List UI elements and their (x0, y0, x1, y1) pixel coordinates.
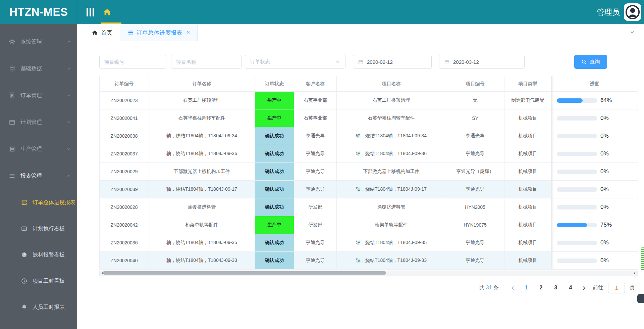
progress-label: 0% (600, 186, 616, 193)
plan-board-icon (21, 225, 28, 232)
scroll-right-arrow-icon[interactable] (634, 272, 637, 275)
cell-customer: 亨通光导 (294, 163, 337, 181)
sidebar-item[interactable]: 基础数据 (0, 55, 77, 82)
end-date-picker[interactable]: 2020-03-12 (439, 55, 525, 69)
user-area: 管理员 (597, 3, 644, 21)
search-icon (581, 59, 587, 65)
cell-project-type: 机械项目 (504, 181, 551, 198)
cell-project-type: 机械项目 (504, 145, 551, 163)
table-row[interactable]: ZN20020039轴，烧结T1804轴，T1804J-09-17确认成功亨通光… (100, 181, 638, 198)
table-row[interactable]: ZN20020041石英华嘉柱周转车配件生产中石英事业部石英华嘉柱周转车配件SY… (100, 109, 638, 127)
list-icon (127, 30, 133, 36)
cell-order-name: 轴，烧结T1804轴，T1804J-09-17 (149, 181, 255, 198)
table-row[interactable]: ZN20020042桁架单轨等配件生产中研发部桁架单轨等配件HYN19075机械… (100, 216, 638, 234)
tab-label: 首页 (101, 29, 112, 37)
cell-order-name: 下部激光器上移机构加工件 (149, 163, 255, 181)
column-header: 项目名称 (337, 76, 446, 92)
home-icon[interactable] (103, 8, 112, 17)
cell-order-name: 轴，烧结T1804轴，T1804J-09-36 (149, 145, 255, 163)
start-date-picker[interactable]: 2020-02-12 (353, 55, 432, 69)
cell-project-name: 轴，烧结T1804轴，T1804J-09-17 (337, 181, 446, 198)
scrollbar-thumb[interactable] (103, 271, 386, 275)
sidebar-item[interactable]: 计划管理 (0, 109, 77, 136)
table-row[interactable]: ZN20020023石英工厂楼顶清理生产中石英事业部石英工厂楼顶清理无制造部电气… (100, 92, 638, 109)
goto-label: 前往 (593, 284, 603, 291)
cell-order-name: 石英工厂楼顶清理 (149, 92, 255, 109)
table-row[interactable]: ZN20020036轴，烧结T1804轴，T1804J-09-35确认成功亨通光… (100, 234, 638, 252)
hamburger-icon[interactable] (87, 8, 94, 16)
progress-label: 0% (600, 115, 616, 122)
cell-progress: 0% (551, 127, 638, 145)
tab-order-progress-report[interactable]: 订单总体进度报表 × (120, 24, 198, 41)
order-progress-report-icon (21, 199, 28, 206)
sidebar-subitem[interactable]: 项目工时看板 (0, 268, 77, 294)
page-list: 1234 (519, 285, 578, 291)
sidebar-item[interactable]: 生产管理 (0, 136, 77, 162)
chevron-down-icon (66, 66, 71, 71)
cell-order-no: ZN20020036 (100, 234, 149, 252)
close-icon[interactable]: × (186, 29, 190, 36)
total-count: 共 31 条 (479, 284, 499, 291)
tab-home[interactable]: 首页 (84, 24, 120, 41)
top-header: HTZN-MES 管理员 (0, 0, 644, 24)
project-name-input[interactable] (171, 55, 241, 69)
sidebar-item[interactable]: 报表管理 (0, 162, 77, 189)
cell-project-no: 无 (446, 92, 504, 109)
sidebar-subitem[interactable]: 缺料报警看板 (0, 242, 77, 268)
cell-order-name: 轴，烧结T1804轴，T1804J-09-34 (149, 127, 255, 145)
table-row[interactable]: ZN20020028涂覆挤进料管确认成功研发部涂覆挤进料管HYN2005机械项目… (100, 198, 638, 216)
cell-project-type: 机械项目 (504, 252, 551, 270)
progress-bar (557, 241, 597, 245)
status-badge: 确认成功 (255, 252, 294, 270)
search-button[interactable]: 查询 (574, 55, 607, 69)
column-header: 项目类型 (504, 76, 551, 92)
cell-order-name: 轴，烧结T1804轴，T1804J-09-35 (149, 234, 255, 252)
chevron-down-icon (66, 93, 71, 98)
main-layout: 系统管理基础数据订单管理计划管理生产管理报表管理订单总体进度报表计划执行看板缺料… (0, 24, 644, 329)
cell-project-name: 轴，烧结T1804轴，T1804J-09-36 (337, 145, 446, 163)
home-icon (92, 30, 98, 36)
sidebar-item[interactable]: 订单管理 (0, 82, 77, 109)
page-button-2[interactable]: 2 (535, 285, 547, 291)
progress-label: 0% (600, 150, 616, 157)
sidebar-item[interactable]: 系统管理 (0, 28, 77, 55)
progress-label: 0% (600, 204, 616, 210)
calendar-icon (358, 59, 364, 65)
cell-customer: 亨通光导 (294, 127, 337, 145)
user-name[interactable]: 管理员 (597, 7, 620, 17)
progress-bar (557, 170, 597, 174)
next-page-button[interactable]: › (578, 284, 590, 292)
chevron-down-icon (335, 59, 340, 64)
horizontal-scrollbar[interactable] (99, 271, 638, 276)
cell-order-no: ZN20020039 (100, 181, 149, 198)
cell-order-no: ZN20020029 (100, 163, 149, 181)
table-row[interactable]: ZN20020037轴，烧结T1804轴，T1804J-09-36确认成功亨通光… (100, 145, 638, 163)
chevron-down-icon[interactable] (629, 29, 635, 35)
avatar[interactable] (624, 3, 641, 21)
goto-page-input[interactable] (608, 282, 625, 293)
cell-progress: 0% (551, 198, 638, 216)
sidebar-subitem[interactable]: 订单总体进度报表 (0, 189, 77, 216)
progress-label: 0% (600, 168, 616, 175)
progress-bar (557, 98, 597, 103)
page-button-1[interactable]: 1 (521, 285, 532, 291)
page-button-4[interactable]: 4 (565, 285, 576, 291)
sidebar-subitem[interactable]: 人员工时报表 (0, 294, 77, 320)
prev-page-button[interactable]: ‹ (507, 284, 519, 292)
chevron-down-icon (66, 39, 71, 44)
progress-bar (557, 152, 597, 156)
page-button-3[interactable]: 3 (550, 285, 561, 291)
vertical-scrollbar-thumb[interactable] (641, 247, 644, 270)
table-row[interactable]: ZN20020038轴，烧结T1804轴，T1804J-09-34确认成功亨通光… (100, 127, 638, 145)
chevron-down-icon (66, 120, 71, 125)
cell-project-no: HYN2005 (446, 198, 504, 216)
project-no-input[interactable] (99, 55, 166, 69)
corner-widget (637, 294, 644, 303)
cell-customer: 亨通光导 (294, 252, 337, 270)
order-status-select[interactable]: 订单状态 (245, 55, 345, 69)
cell-project-name: 涂覆挤进料管 (337, 198, 446, 216)
cell-order-no: ZN20020040 (100, 252, 149, 270)
table-row[interactable]: ZN20020029下部激光器上移机构加工件确认成功亨通光导下部激光器上移机构加… (100, 163, 638, 181)
sidebar-subitem[interactable]: 计划执行看板 (0, 216, 77, 242)
table-row[interactable]: ZN20020040轴，烧结T1804轴，T1804J-09-33确认成功亨通光… (100, 252, 638, 270)
